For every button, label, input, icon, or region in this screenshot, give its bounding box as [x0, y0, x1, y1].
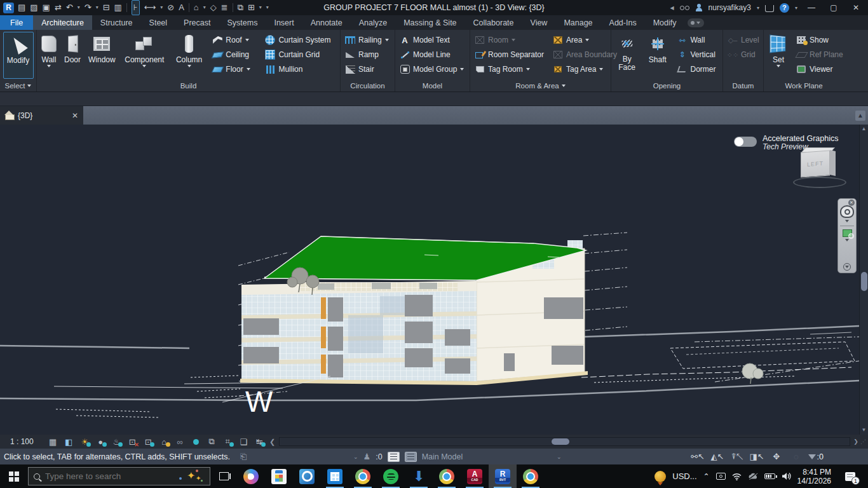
ref-plane-button[interactable]: Ref Plane	[794, 48, 841, 62]
tab-manage[interactable]: Manage	[555, 15, 600, 30]
select-elements-by-face-icon[interactable]: ◨↖	[749, 452, 765, 461]
taskbar-app-chrome-1[interactable]	[349, 464, 377, 488]
start-button[interactable]	[0, 464, 28, 488]
panel-label-room-area[interactable]: Room & Area	[470, 80, 611, 92]
measure-tool-icon[interactable]: ⊦	[132, 0, 140, 15]
accelerated-graphics-toggle[interactable]	[734, 137, 757, 147]
taskbar-app-outlook[interactable]	[293, 464, 321, 488]
building-model-3d-view[interactable]: W	[0, 125, 859, 435]
text-icon[interactable]: A	[179, 1, 184, 15]
railing-button[interactable]: Railing	[343, 33, 391, 47]
wall-opening-button[interactable]: ⇿Wall	[675, 33, 720, 47]
select-underlay-elements-icon[interactable]: ◭↖	[710, 452, 726, 461]
viewcube[interactable]: LEFT	[793, 147, 848, 189]
zoom-dropdown-icon[interactable]	[845, 239, 849, 241]
onedrive-paused-icon[interactable]	[748, 473, 758, 480]
navbar-more-icon[interactable]	[843, 263, 851, 271]
shaft-button[interactable]: Shaft	[644, 32, 671, 65]
ribbon-display-options-icon[interactable]	[688, 18, 704, 27]
search-icon[interactable]	[680, 6, 689, 10]
tab-systems[interactable]: Systems	[219, 15, 266, 30]
scroll-up-icon[interactable]: ▲	[860, 125, 868, 133]
ramp-button[interactable]: Ramp	[343, 48, 391, 62]
tab-analyze[interactable]: Analyze	[351, 15, 395, 30]
horizontal-scroll-thumb[interactable]	[552, 438, 569, 445]
save-icon[interactable]: ▣	[43, 1, 50, 15]
detail-level-icon[interactable]: ▦	[45, 435, 61, 448]
tab-steel[interactable]: Steel	[141, 15, 176, 30]
cast-icon[interactable]	[716, 473, 726, 480]
tag-icon[interactable]: ⊘	[167, 1, 174, 15]
show-crop-region-icon[interactable]: ⊡	[140, 435, 156, 448]
sync-icon[interactable]: ⇄	[55, 1, 62, 15]
roof-button[interactable]: Roof	[210, 33, 259, 47]
scroll-right-icon[interactable]: ❯	[851, 438, 860, 445]
tab-view[interactable]: View	[522, 15, 556, 30]
temporary-hide-isolate-icon[interactable]: ∞	[172, 435, 188, 448]
room-button[interactable]: Room	[473, 33, 546, 47]
section-icon[interactable]: ◇	[210, 1, 217, 15]
analytical-model-icon[interactable]: ⌗	[220, 435, 236, 448]
visual-style-icon[interactable]: ◧	[61, 435, 77, 448]
redo-dropdown-icon[interactable]: ▾	[96, 1, 98, 15]
vertical-opening-button[interactable]: ⇕Vertical	[675, 48, 720, 62]
signed-in-user[interactable]: nursyafikay3	[709, 3, 751, 12]
action-center-button[interactable]: 1	[837, 464, 863, 488]
taskbar-app-education[interactable]	[321, 464, 349, 488]
switch-dropdown-icon[interactable]: ▾	[259, 1, 262, 15]
drag-elements-icon[interactable]: ✥	[769, 452, 785, 461]
taskbar-app-revit[interactable]: RRVT	[489, 464, 517, 488]
tab-file[interactable]: File	[0, 15, 33, 30]
curtain-system-button[interactable]: Curtain System	[263, 33, 337, 47]
grid-button[interactable]: ⁘⁘Grid	[726, 48, 761, 62]
temporary-view-properties-icon[interactable]: ⧉	[204, 435, 220, 448]
tab-modify[interactable]: Modify	[645, 15, 685, 30]
column-button[interactable]: Column	[172, 32, 207, 69]
tab-architecture[interactable]: Architecture	[33, 15, 92, 30]
modify-button[interactable]: Modify	[3, 32, 34, 79]
close-view-icon[interactable]: ✕	[72, 111, 78, 120]
active-workset-name[interactable]: Main Model	[422, 452, 463, 461]
wheel-dropdown-icon[interactable]	[845, 220, 849, 222]
view-scale-button[interactable]: 1 : 100	[0, 437, 45, 446]
viewer-button[interactable]: Viewer	[794, 62, 841, 76]
currency-widget-icon[interactable]	[654, 471, 666, 482]
select-links-icon[interactable]: ⚯↖	[690, 452, 706, 461]
sun-path-icon[interactable]: ☀	[77, 435, 93, 448]
tab-collaborate[interactable]: Collaborate	[465, 15, 522, 30]
workset-dropdown-icon[interactable]: ⌄	[557, 454, 562, 460]
area-boundary-button[interactable]: Area Boundary	[551, 48, 612, 62]
wall-button[interactable]: Wall	[39, 32, 58, 69]
tab-add-ins[interactable]: Add-Ins	[601, 15, 645, 30]
minimize-button[interactable]: —	[803, 3, 820, 12]
thin-lines-icon[interactable]: ≣	[221, 1, 228, 15]
help-dropdown-icon[interactable]: ▾	[795, 5, 797, 11]
close-button[interactable]: ✕	[848, 3, 864, 12]
taskbar-app-chrome-2[interactable]	[433, 464, 461, 488]
tab-bar-collapse-icon[interactable]: ▲	[855, 111, 865, 121]
displacement-sets-icon[interactable]: ❏	[236, 435, 252, 448]
curtain-grid-button[interactable]: Curtain Grid	[263, 48, 337, 62]
wifi-icon[interactable]	[732, 473, 742, 480]
properties-icon[interactable]: ▤	[18, 1, 25, 15]
taskbar-app-chrome-3[interactable]	[517, 464, 545, 488]
worksets-dialog-button[interactable]	[388, 452, 400, 462]
horizontal-scrollbar[interactable]	[279, 437, 850, 446]
vertical-scroll-thumb[interactable]	[861, 272, 867, 291]
taskbar-search[interactable]: ✦✦	[28, 467, 210, 485]
drawing-area[interactable]: W Accelerated Graphics Tech Preview LEFT…	[0, 125, 868, 435]
model-group-button[interactable]: Model Group	[398, 62, 466, 76]
selection-filter-button[interactable]: :0	[808, 452, 824, 461]
taskbar-app-copilot[interactable]	[237, 464, 265, 488]
status-chevron-icon[interactable]: ⌄	[353, 454, 358, 460]
taskbar-app-store[interactable]	[265, 464, 293, 488]
set-work-plane-button[interactable]: Set	[766, 32, 790, 69]
taskbar-app-downloads[interactable]: ⬇	[405, 464, 433, 488]
open-icon[interactable]: ▨	[30, 1, 37, 15]
aligned-dimension-icon[interactable]: ⟷	[144, 1, 156, 15]
help-icon[interactable]: ?	[780, 3, 789, 13]
select-pinned-elements-icon[interactable]: ⍒↖	[729, 452, 745, 462]
viewbar-collapse-icon[interactable]: ❮	[268, 438, 278, 446]
user-dropdown-icon[interactable]: ▾	[757, 5, 759, 11]
active-workset-icon[interactable]	[405, 452, 417, 462]
